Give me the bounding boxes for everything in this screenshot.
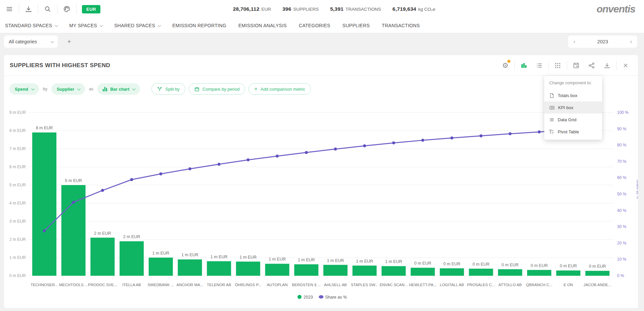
- suppliers-highest-spend-panel: SUPPLIERS WITH HIGHEST SPEND ⚙: [4, 55, 638, 308]
- svg-text:Share as %: Share as %: [325, 295, 347, 300]
- nav-item-emission-reporting[interactable]: EMISSION REPORTING: [172, 23, 226, 28]
- add-category-button[interactable]: +: [63, 36, 75, 48]
- add-comparison-metric-button[interactable]: + Add comparison metric: [248, 83, 311, 95]
- bar-chart-icon: [103, 87, 107, 91]
- chevron-down-icon: [31, 87, 35, 90]
- svg-text:0 m EUR: 0 m EUR: [560, 264, 577, 268]
- panel-header: SUPPLIERS WITH HIGHEST SPEND ⚙: [4, 55, 638, 76]
- grid-apps-icon[interactable]: [550, 55, 565, 76]
- nav-item-standard-spaces[interactable]: STANDARD SPACES: [5, 23, 57, 28]
- svg-text:MECHTOOLS ...: MECHTOOLS ...: [59, 283, 88, 287]
- svg-text:80 %: 80 %: [617, 143, 627, 147]
- nav-item-my-spaces[interactable]: MY SPACES: [69, 23, 102, 28]
- download-icon[interactable]: [19, 0, 38, 18]
- stat-total-spend: 28,706,112EUR: [233, 6, 271, 12]
- calendar-icon: [194, 87, 199, 92]
- document-icon: [549, 93, 554, 98]
- settings-icon[interactable]: ⚙: [498, 55, 513, 76]
- notification-dot: [507, 60, 510, 63]
- next-year-button[interactable]: ›: [630, 39, 632, 45]
- divider: [76, 4, 77, 14]
- svg-text:ÖHRLINGS P...: ÖHRLINGS P...: [235, 283, 261, 287]
- share-icon[interactable]: [584, 55, 599, 76]
- menu-icon[interactable]: [0, 0, 19, 18]
- palette-icon[interactable]: [57, 0, 76, 18]
- svg-text:20 %: 20 %: [617, 241, 627, 246]
- svg-text:3 m EUR: 3 m EUR: [9, 219, 26, 224]
- save-icon[interactable]: [568, 55, 584, 76]
- menu-item-pivot-table[interactable]: Pivot Table: [544, 126, 602, 138]
- metric-dropdown[interactable]: Spend: [9, 83, 39, 95]
- menu-item-data-grid[interactable]: Data Grid: [544, 114, 602, 126]
- svg-text:QBRANCH C...: QBRANCH C...: [526, 283, 553, 287]
- svg-text:8 m EUR: 8 m EUR: [36, 126, 53, 130]
- svg-text:LOGITALL AB: LOGITALL AB: [440, 283, 464, 287]
- pivot-table-icon: [549, 129, 554, 134]
- plus-icon: +: [254, 86, 257, 92]
- svg-text:1 m EUR: 1 m EUR: [240, 255, 257, 260]
- nav-item-suppliers[interactable]: SUPPLIERS: [342, 23, 370, 28]
- prev-year-button[interactable]: ‹: [573, 39, 575, 45]
- svg-text:2023: 2023: [304, 295, 313, 300]
- chevron-down-icon: [51, 40, 54, 43]
- menu-item-totals-box[interactable]: Totals box: [544, 89, 602, 101]
- svg-text:0 m EUR: 0 m EUR: [589, 264, 606, 269]
- svg-text:TECHNOSER...: TECHNOSER...: [31, 283, 58, 287]
- nav-item-emission-analysis[interactable]: EMISSION ANALYSIS: [238, 23, 287, 28]
- svg-text:9 m EUR: 9 m EUR: [9, 110, 26, 115]
- nav-item-shared-spaces[interactable]: SHARED SPACES: [114, 23, 160, 28]
- svg-text:PRODOC SVE...: PRODOC SVE...: [88, 283, 117, 287]
- search-icon[interactable]: [38, 0, 57, 18]
- svg-text:ITELLA AB: ITELLA AB: [122, 283, 141, 287]
- download-icon[interactable]: [599, 55, 615, 76]
- nav-item-categories[interactable]: CATEGORIES: [299, 23, 330, 28]
- svg-text:1 m EUR: 1 m EUR: [327, 258, 344, 263]
- svg-text:ANCHOR MA...: ANCHOR MA...: [177, 283, 203, 287]
- split-icon: [157, 87, 162, 92]
- menu-item-kpi-box[interactable]: KPI box: [544, 101, 602, 114]
- list-view-icon[interactable]: [532, 55, 547, 76]
- dimension-dropdown[interactable]: Supplier: [51, 83, 85, 95]
- svg-text:STAPLES SW...: STAPLES SW...: [351, 283, 378, 287]
- divider: [548, 61, 549, 70]
- svg-text:1 m EUR: 1 m EUR: [211, 255, 228, 259]
- svg-text:2 m EUR: 2 m EUR: [94, 231, 111, 236]
- svg-text:30 %: 30 %: [617, 224, 627, 229]
- svg-text:60 %: 60 %: [617, 175, 627, 180]
- menu-title: Change component to:: [544, 76, 602, 89]
- svg-text:SWEDBANK ...: SWEDBANK ...: [147, 283, 174, 287]
- svg-text:10 %: 10 %: [617, 257, 627, 262]
- divider: [514, 61, 515, 70]
- svg-text:5 m EUR: 5 m EUR: [65, 178, 82, 183]
- currency-badge[interactable]: EUR: [82, 5, 100, 13]
- svg-text:AUTOPLAN: AUTOPLAN: [267, 283, 288, 287]
- stat-suppliers: 396SUPPLIERS: [282, 6, 319, 12]
- svg-text:TELENOR AB: TELENOR AB: [207, 283, 231, 287]
- as-label: as: [89, 87, 93, 91]
- svg-text:5 m EUR: 5 m EUR: [9, 183, 26, 187]
- nav-item-transactions[interactable]: TRANSACTIONS: [382, 23, 420, 28]
- panel-toolbar: ⚙ ×: [498, 55, 633, 76]
- svg-text:1 m EUR: 1 m EUR: [298, 258, 315, 262]
- close-icon[interactable]: ×: [618, 55, 633, 76]
- category-filter-dropdown[interactable]: All categories: [4, 36, 58, 48]
- svg-text:1 m EUR: 1 m EUR: [152, 251, 169, 256]
- panel-title: SUPPLIERS WITH HIGHEST SPEND: [10, 62, 110, 69]
- svg-text:BERGSTEN § ...: BERGSTEN § ...: [292, 283, 321, 287]
- chart-type-dropdown[interactable]: Bar chart: [97, 83, 140, 95]
- bar-chart-view-icon[interactable]: [516, 55, 532, 76]
- svg-text:JACOB ANDE...: JACOB ANDE...: [584, 283, 611, 287]
- kpi-card-icon: [549, 105, 555, 110]
- stat-co2: 6,719,634kg CO₂e: [393, 6, 435, 12]
- svg-text:0 m EUR: 0 m EUR: [443, 262, 460, 266]
- svg-text:Share as %: Share as %: [636, 180, 638, 199]
- svg-text:40 %: 40 %: [617, 208, 627, 213]
- split-by-button[interactable]: Split by: [151, 83, 185, 95]
- svg-text:1 m EUR: 1 m EUR: [385, 259, 402, 264]
- chart-controls: Spend by Supplier as Bar chart Split by …: [9, 83, 311, 95]
- chevron-down-icon: [132, 87, 136, 90]
- top-bar: EUR 28,706,112EUR 396SUPPLIERS 5,391TRAN…: [0, 0, 644, 18]
- by-label: by: [43, 87, 47, 91]
- compare-by-period-button[interactable]: Compare by period: [189, 83, 245, 95]
- svg-text:E ON: E ON: [564, 283, 573, 287]
